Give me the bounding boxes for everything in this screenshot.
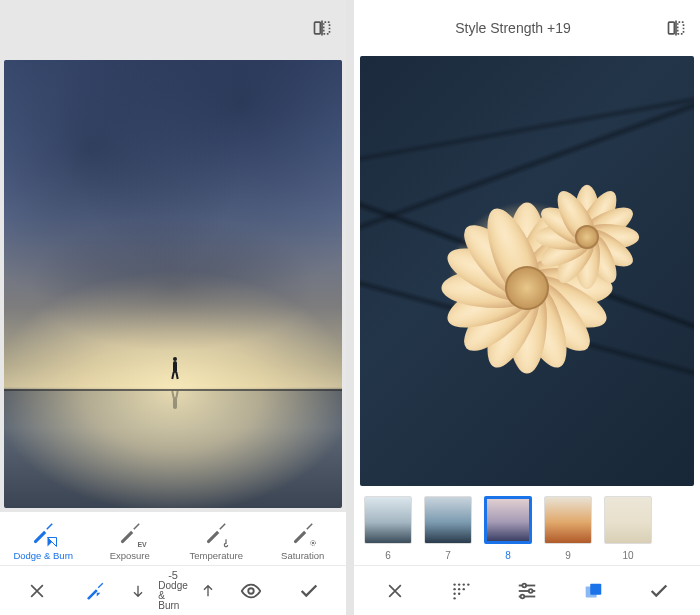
photo-canvas-left[interactable] [0, 56, 346, 512]
photo-preview [4, 60, 342, 508]
tool-label: Exposure [110, 550, 150, 561]
filter-7[interactable]: 7 [422, 496, 474, 561]
stepper-label: Dodge & Burn [158, 581, 187, 611]
topbar-title-right: Style Strength +19 [364, 20, 662, 36]
svg-point-13 [453, 587, 455, 589]
tool-label: Saturation [281, 550, 324, 561]
filter-swatch [604, 496, 652, 544]
badge-ev: EV [137, 541, 146, 548]
svg-rect-26 [590, 583, 601, 594]
tool-dodge-burn[interactable]: Dodge & Burn [0, 520, 87, 561]
styles-button[interactable] [560, 566, 626, 616]
tool-temperature[interactable]: Temperature [173, 520, 260, 561]
cancel-button[interactable] [362, 566, 428, 616]
svg-point-9 [453, 583, 455, 585]
tool-label: Dodge & Burn [13, 550, 73, 561]
stepper-value: -5 Dodge & Burn [158, 570, 187, 611]
svg-rect-7 [678, 22, 684, 34]
topbar-right: Style Strength +19 [354, 0, 700, 56]
compare-button[interactable] [308, 14, 336, 42]
check-icon [298, 580, 320, 602]
filter-strip[interactable]: 6 7 8 9 10 [354, 486, 700, 565]
svg-point-11 [463, 583, 465, 585]
preview-button[interactable] [222, 566, 280, 616]
tool-exposure[interactable]: EV Exposure [87, 520, 174, 561]
compare-icon [666, 18, 686, 38]
increase-button[interactable] [194, 566, 222, 616]
filter-label: 8 [505, 550, 511, 561]
styles-icon [582, 580, 604, 602]
svg-rect-0 [315, 22, 321, 34]
cancel-button[interactable] [8, 566, 66, 616]
svg-point-24 [521, 594, 525, 598]
svg-point-14 [458, 587, 460, 589]
filter-10[interactable]: 10 [602, 496, 654, 561]
adjust-button[interactable] [494, 566, 560, 616]
filter-label: 7 [445, 550, 451, 561]
editor-pane-right: Style Strength +19 6 [354, 0, 700, 615]
filter-swatch [544, 496, 592, 544]
svg-point-22 [529, 589, 533, 593]
filter-8[interactable]: 8 [482, 496, 534, 561]
brush-dodge-burn-icon [30, 520, 56, 546]
apply-button[interactable] [280, 566, 338, 616]
filter-swatch [364, 496, 412, 544]
sliders-icon [516, 580, 538, 602]
value-stepper: -5 Dodge & Burn [124, 566, 221, 616]
texture-icon [450, 580, 472, 602]
svg-rect-1 [324, 22, 330, 34]
close-icon [385, 581, 405, 601]
apply-button[interactable] [626, 566, 692, 616]
filter-label: 10 [622, 550, 633, 561]
svg-point-16 [453, 592, 455, 594]
eye-icon [240, 580, 262, 602]
texture-button[interactable] [428, 566, 494, 616]
arrow-down-icon [130, 583, 146, 599]
tool-label: Temperature [190, 550, 243, 561]
actionbar-right [354, 565, 700, 615]
check-icon [648, 580, 670, 602]
brush-exposure-icon: EV [117, 520, 143, 546]
editor-pane-left: Dodge & Burn EV Exposure Temperature [0, 0, 346, 615]
close-icon [27, 581, 47, 601]
arrow-up-icon [200, 583, 216, 599]
compare-button[interactable] [662, 14, 690, 42]
filter-label: 6 [385, 550, 391, 561]
svg-point-18 [453, 597, 455, 599]
filter-swatch [424, 496, 472, 544]
photo-preview [360, 56, 694, 486]
actionbar-left: -5 Dodge & Burn [0, 565, 346, 615]
compare-icon [312, 18, 332, 38]
brush-tool-row: Dodge & Burn EV Exposure Temperature [0, 512, 346, 565]
tool-saturation[interactable]: Saturation [260, 520, 347, 561]
photo-canvas-right[interactable] [354, 56, 700, 486]
svg-point-17 [458, 592, 460, 594]
filter-swatch [484, 496, 532, 544]
svg-point-4 [312, 542, 314, 544]
filter-9[interactable]: 9 [542, 496, 594, 561]
topbar-left [0, 0, 346, 56]
brush-temperature-icon [203, 520, 229, 546]
svg-point-5 [248, 588, 254, 594]
svg-point-15 [463, 587, 465, 589]
brush-saturation-icon [290, 520, 316, 546]
decrease-button[interactable] [124, 566, 152, 616]
filter-label: 9 [565, 550, 571, 561]
svg-point-20 [522, 583, 526, 587]
svg-point-12 [467, 583, 469, 585]
brush-mode-button[interactable] [66, 566, 124, 616]
brush-mode-icon [84, 580, 106, 602]
filter-6[interactable]: 6 [362, 496, 414, 561]
svg-point-10 [458, 583, 460, 585]
svg-rect-6 [669, 22, 675, 34]
